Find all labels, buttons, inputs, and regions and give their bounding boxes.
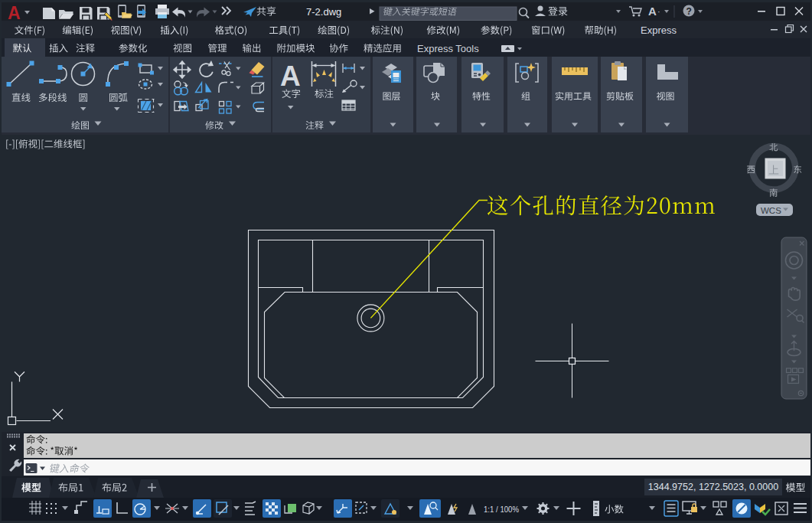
svg-text:1:1 / 100%: 1:1 / 100% <box>484 505 519 514</box>
svg-text:WCS: WCS <box>761 206 781 215</box>
svg-text:A: A <box>280 60 301 92</box>
svg-text:A: A <box>8 3 21 21</box>
svg-text:?: ? <box>686 6 692 17</box>
svg-text:·: · <box>657 7 660 16</box>
svg-text:7-2.dwg: 7-2.dwg <box>306 6 341 18</box>
svg-text:A: A <box>648 5 657 18</box>
